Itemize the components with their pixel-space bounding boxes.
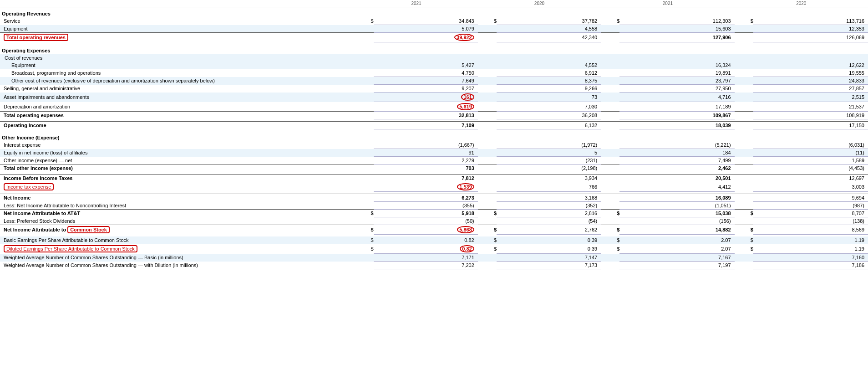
- value-col1: 7,649: [374, 77, 478, 85]
- value-col4: 108,919: [753, 112, 868, 119]
- value-col3: 19,891: [619, 69, 734, 77]
- table-row: Interest expense (1,667) (1,972) (5,221)…: [0, 141, 868, 149]
- value-col4: 12,622: [753, 62, 868, 69]
- value-col2: 7,173: [497, 262, 601, 269]
- row-label: Diluted Earnings Per Share Attributable …: [0, 244, 355, 254]
- value-col1: 32,813: [374, 112, 478, 119]
- table-row: Other cost of revenues (exclusive of dep…: [0, 77, 868, 85]
- highlighted-value: 161: [461, 93, 474, 101]
- value-col2: 4,552: [497, 62, 601, 69]
- value-col1: (355): [374, 202, 478, 210]
- subheader-row: Cost of revenues: [0, 54, 868, 62]
- table-row: Other income (expense) — net 2,279 (231)…: [0, 157, 868, 164]
- value-col2: 7,030: [497, 102, 601, 112]
- value-col2: 6,912: [497, 69, 601, 77]
- value-col1: 1,539: [374, 182, 478, 192]
- row-label: Equipment: [0, 62, 355, 69]
- value-col3: 112,303: [619, 17, 734, 25]
- value-col1: 0.82: [374, 244, 478, 254]
- value-col2: 7,147: [497, 254, 601, 262]
- table-row: Asset impairments and abandonments 161 7…: [0, 92, 868, 102]
- section-header-row: Other Income (Expense): [0, 131, 868, 141]
- value-col3: 4,412: [619, 182, 734, 192]
- dollar-sign: $: [355, 17, 373, 25]
- value-col3: 7,197: [619, 262, 734, 269]
- dollar-sign: $: [355, 244, 373, 254]
- value-col4: (987): [753, 202, 868, 210]
- value-col3: 16,089: [619, 194, 734, 202]
- value-col4: 1.19: [753, 236, 868, 244]
- dollar-sign: $: [601, 225, 619, 235]
- value-col1: 34,843: [374, 17, 478, 25]
- dollar-sign: $: [735, 225, 753, 235]
- value-col4: (138): [753, 217, 868, 225]
- value-col2: 9,266: [497, 85, 601, 92]
- table-row: Equipment 5,079 4,558 15,603 12,353: [0, 25, 868, 33]
- value-col4: 19,555: [753, 69, 868, 77]
- value-col1: 91: [374, 149, 478, 157]
- value-col3: (1,051): [619, 202, 734, 210]
- value-col2: (54): [497, 217, 601, 225]
- highlighted-label: Income tax expense: [4, 183, 54, 190]
- dollar-sign: $: [355, 210, 373, 217]
- value-col4: 8,707: [753, 210, 868, 217]
- table-row: Weighted Average Number of Common Shares…: [0, 262, 868, 269]
- value-col1: 39,922: [374, 33, 478, 42]
- value-col4: 3,003: [753, 182, 868, 192]
- table-row: Selling, general and administrative 9,20…: [0, 85, 868, 92]
- value-col3: 7,499: [619, 157, 734, 164]
- dollar-sign: $: [735, 210, 753, 217]
- value-col1: 7,109: [374, 122, 478, 129]
- table-row: Total other income (expense) 703 (2,198)…: [0, 164, 868, 172]
- value-col1: 5,079: [374, 25, 478, 33]
- value-col4: 7,160: [753, 254, 868, 262]
- row-label: Income tax expense: [0, 182, 355, 192]
- value-col3: 2.07: [619, 244, 734, 254]
- value-col1: 7,812: [374, 175, 478, 182]
- value-col3: 184: [619, 149, 734, 157]
- value-col3: 4,716: [619, 92, 734, 102]
- value-col2: 37,782: [497, 17, 601, 25]
- subheader: Cost of revenues: [0, 54, 868, 62]
- table-row: Depreciation and amortization 5,619 7,03…: [0, 102, 868, 112]
- row-label: Less: Preferred Stock Dividends: [0, 217, 355, 225]
- value-col1: 5,427: [374, 62, 478, 69]
- value-col3: 23,797: [619, 77, 734, 85]
- value-col3: 20,501: [619, 175, 734, 182]
- section-gap: [0, 269, 868, 272]
- value-col4: 1,589: [753, 157, 868, 164]
- value-col2: 2,762: [497, 225, 601, 235]
- dollar-sign: $: [735, 244, 753, 254]
- dollar-sign: $: [601, 244, 619, 254]
- dollar-sign: $: [601, 17, 619, 25]
- row-label: Asset impairments and abandonments: [0, 92, 355, 102]
- value-col3: 2.07: [619, 236, 734, 244]
- value-col3: (5,221): [619, 141, 734, 149]
- dollar-sign: $: [735, 17, 753, 25]
- value-col3: 14,882: [619, 225, 734, 235]
- row-label: Operating Income: [0, 122, 355, 129]
- table-row: Income tax expense 1,539 766 4,412 3,003: [0, 182, 868, 192]
- row-label: Total other income (expense): [0, 164, 355, 172]
- row-label: Equipment: [0, 25, 355, 33]
- table-row: Total operating expenses 32,813 36,208 1…: [0, 112, 868, 119]
- row-label: Total operating expenses: [0, 112, 355, 119]
- row-label: Service: [0, 17, 355, 25]
- value-col1: 6,273: [374, 194, 478, 202]
- value-col3: (156): [619, 217, 734, 225]
- value-col1: 7,171: [374, 254, 478, 262]
- value-col3: 15,038: [619, 210, 734, 217]
- value-col2: 766: [497, 182, 601, 192]
- dollar-sign: $: [355, 236, 373, 244]
- value-col4: 126,069: [753, 33, 868, 42]
- highlighted-value: 5,868: [457, 226, 474, 233]
- value-col2: 6,132: [497, 122, 601, 129]
- value-col1: 4,750: [374, 69, 478, 77]
- value-col1: 5,619: [374, 102, 478, 112]
- value-col2: 0.39: [497, 244, 601, 254]
- table-row: Net Income 6,273 3,168 16,089 9,694: [0, 194, 868, 202]
- value-col2: 36,208: [497, 112, 601, 119]
- dollar-sign: $: [601, 236, 619, 244]
- value-col2: 4,558: [497, 25, 601, 33]
- dollar-sign: $: [735, 236, 753, 244]
